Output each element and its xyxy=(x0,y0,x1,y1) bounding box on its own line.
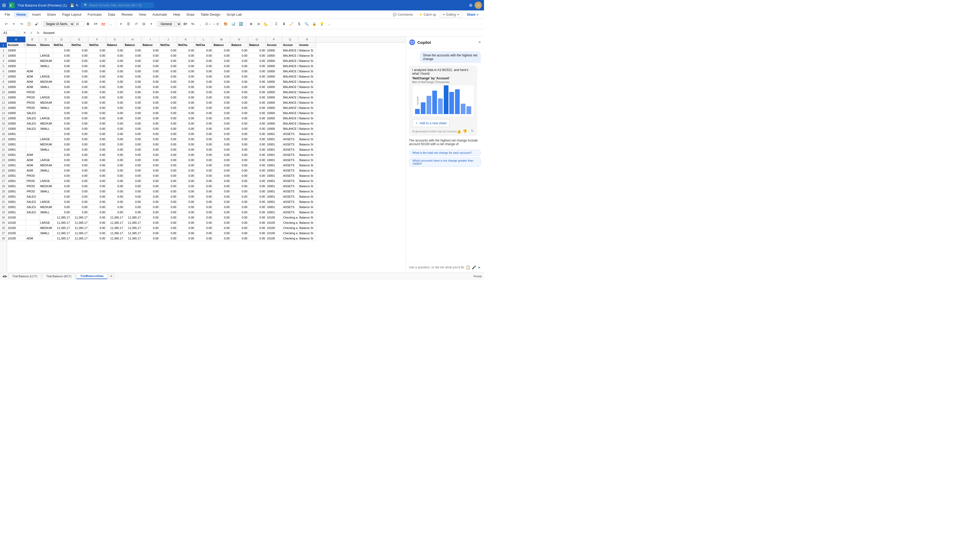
data-cell-r17-c2[interactable]: SMALL xyxy=(40,126,53,131)
data-cell-r5-c13[interactable]: 0.00 xyxy=(230,63,249,69)
data-cell-r16-c6[interactable]: 0.00 xyxy=(106,121,124,126)
font-family-select[interactable]: Segoe UI Semi... xyxy=(43,21,75,27)
data-cell-r6-c5[interactable]: 0.00 xyxy=(89,69,106,74)
data-cell-r8-c6[interactable]: 0.00 xyxy=(106,79,124,84)
data-cell-r4-c8[interactable]: 0.00 xyxy=(142,58,159,63)
data-cell-r11-c8[interactable]: 0.00 xyxy=(142,95,159,100)
data-cell-r35-c10[interactable]: 0.00 xyxy=(177,220,195,225)
data-cell-r26-c10[interactable]: 0.00 xyxy=(177,173,195,178)
data-cell-r15-c8[interactable]: 0.00 xyxy=(142,116,159,121)
data-cell-r4-c11[interactable]: 0.00 xyxy=(195,58,213,63)
data-cell-r9-c10[interactable]: 0.00 xyxy=(177,84,195,89)
data-cell-r29-c11[interactable]: 0.00 xyxy=(195,189,213,194)
data-cell-r23-c3[interactable]: 0.00 xyxy=(53,157,71,163)
data-cell-r35-c2[interactable]: LARGE xyxy=(40,220,53,225)
col-header-P[interactable]: P xyxy=(266,36,282,42)
data-cell-r15-c3[interactable]: 0.00 xyxy=(53,116,71,121)
data-cell-r28-c6[interactable]: 0.00 xyxy=(106,183,124,189)
data-cell-r36-c11[interactable]: 0.00 xyxy=(195,225,213,231)
data-cell-r30-c13[interactable]: 0.00 xyxy=(230,194,249,199)
data-cell-r11-c10[interactable]: 0.00 xyxy=(177,95,195,100)
data-cell-r25-c12[interactable]: 0.00 xyxy=(213,168,230,173)
data-cell-r9-c0[interactable]: 10000 xyxy=(7,84,26,89)
data-cell-r36-c0[interactable]: 10100 xyxy=(7,225,26,231)
row-num-19[interactable]: 19 xyxy=(0,137,7,142)
data-cell-r7-c1[interactable]: ADM xyxy=(26,74,40,79)
row-num-11[interactable]: 11 xyxy=(0,95,7,100)
data-cell-r28-c5[interactable]: 0.00 xyxy=(89,183,106,189)
data-cell-r7-c7[interactable]: 0.00 xyxy=(124,74,142,79)
data-cell-r35-c8[interactable]: 0.00 xyxy=(142,220,159,225)
data-cell-r17-c12[interactable]: 0.00 xyxy=(213,126,230,131)
data-cell-r18-c17[interactable]: Balance St xyxy=(298,131,316,137)
data-cell-r20-c3[interactable]: 0.00 xyxy=(53,142,71,147)
data-cell-r4-c0[interactable]: 10000 xyxy=(7,58,26,63)
data-cell-r16-c2[interactable]: MEDIUM xyxy=(40,121,53,126)
data-cell-r31-c14[interactable]: 0.00 xyxy=(249,199,266,205)
data-cell-r37-c6[interactable]: 11,365.17 xyxy=(106,231,124,236)
data-cell-r30-c11[interactable]: 0.00 xyxy=(195,194,213,199)
data-cell-r28-c8[interactable]: 0.00 xyxy=(142,183,159,189)
data-cell-r21-c3[interactable]: 0.00 xyxy=(53,147,71,152)
data-cell-r9-c17[interactable]: Balance St xyxy=(298,84,316,89)
row-num-26[interactable]: 26 xyxy=(0,173,7,178)
data-cell-r30-c1[interactable]: SALES xyxy=(26,194,40,199)
data-cell-r6-c17[interactable]: Balance St xyxy=(298,69,316,74)
data-cell-r13-c9[interactable]: 0.00 xyxy=(159,105,177,111)
data-cell-r15-c0[interactable]: 10000 xyxy=(7,116,26,121)
data-cell-r7-c5[interactable]: 0.00 xyxy=(89,74,106,79)
data-cell-r12-c6[interactable]: 0.00 xyxy=(106,100,124,105)
data-cell-r23-c9[interactable]: 0.00 xyxy=(159,157,177,163)
row-num-24[interactable]: 24 xyxy=(0,163,7,168)
data-cell-r2-c9[interactable]: 0.00 xyxy=(159,48,177,53)
data-cell-r19-c8[interactable]: 0.00 xyxy=(142,137,159,142)
data-cell-r7-c6[interactable]: 0.00 xyxy=(106,74,124,79)
data-cell-r13-c5[interactable]: 0.00 xyxy=(89,105,106,111)
data-cell-r19-c5[interactable]: 0.00 xyxy=(89,137,106,142)
data-cell-r21-c14[interactable]: 0.00 xyxy=(249,147,266,152)
data-cell-r8-c7[interactable]: 0.00 xyxy=(124,79,142,84)
data-cell-r17-c6[interactable]: 0.00 xyxy=(106,126,124,131)
data-cell-r11-c15[interactable]: 10000 xyxy=(266,95,282,100)
data-cell-r27-c5[interactable]: 0.00 xyxy=(89,178,106,183)
data-cell-r6-c6[interactable]: 0.00 xyxy=(106,69,124,74)
data-cell-r10-c4[interactable]: 0.00 xyxy=(71,89,89,95)
data-cell-r2-c5[interactable]: 0.00 xyxy=(89,48,106,53)
data-cell-r27-c17[interactable]: Balance St xyxy=(298,178,316,183)
data-cell-r19-c17[interactable]: Balance St xyxy=(298,137,316,142)
data-cell-r14-c1[interactable]: SALES xyxy=(26,111,40,116)
autosave-icon[interactable]: 💾 xyxy=(70,3,74,7)
data-cell-r10-c2[interactable] xyxy=(40,89,53,95)
data-cell-r9-c12[interactable]: 0.00 xyxy=(213,84,230,89)
data-cell-r5-c14[interactable]: 0.00 xyxy=(249,63,266,69)
row-num-32[interactable]: 32 xyxy=(0,205,7,210)
data-cell-r18-c14[interactable]: 0.00 xyxy=(249,131,266,137)
data-cell-r26-c6[interactable]: 0.00 xyxy=(106,173,124,178)
data-cell-r22-c10[interactable]: 0.00 xyxy=(177,152,195,157)
data-cell-r3-c5[interactable]: 0.00 xyxy=(89,53,106,58)
data-cell-r26-c2[interactable] xyxy=(40,173,53,178)
data-cell-r18-c6[interactable]: 0.00 xyxy=(106,131,124,137)
data-cell-r6-c15[interactable]: 10000 xyxy=(266,69,282,74)
data-cell-r25-c3[interactable]: 0.00 xyxy=(53,168,71,173)
data-cell-r32-c0[interactable]: 10001 xyxy=(7,205,26,210)
data-cell-r22-c15[interactable]: 10001 xyxy=(266,152,282,157)
data-cell-r6-c8[interactable]: 0.00 xyxy=(142,69,159,74)
col-header-H[interactable]: H xyxy=(124,36,142,42)
data-cell-r37-c11[interactable]: 0.00 xyxy=(195,231,213,236)
data-cell-r36-c13[interactable]: 0.00 xyxy=(230,225,249,231)
data-cell-r13-c8[interactable]: 0.00 xyxy=(142,105,159,111)
data-cell-r22-c7[interactable]: 0.00 xyxy=(124,152,142,157)
data-cell-r6-c4[interactable]: 0.00 xyxy=(71,69,89,74)
data-cell-r23-c1[interactable]: ADM xyxy=(26,157,40,163)
data-cell-r21-c15[interactable]: 10001 xyxy=(266,147,282,152)
data-cell-r17-c5[interactable]: 0.00 xyxy=(89,126,106,131)
data-cell-r3-c3[interactable]: 0.00 xyxy=(53,53,71,58)
row-num-36[interactable]: 36 xyxy=(0,225,7,231)
data-cell-r31-c2[interactable]: LARGE xyxy=(40,199,53,205)
header-cell-13[interactable]: Balance xyxy=(230,43,249,48)
data-cell-r24-c4[interactable]: 0.00 xyxy=(71,163,89,168)
data-cell-r25-c10[interactable]: 0.00 xyxy=(177,168,195,173)
data-cell-r24-c15[interactable]: 10001 xyxy=(266,163,282,168)
data-cell-r22-c3[interactable]: 0.00 xyxy=(53,152,71,157)
